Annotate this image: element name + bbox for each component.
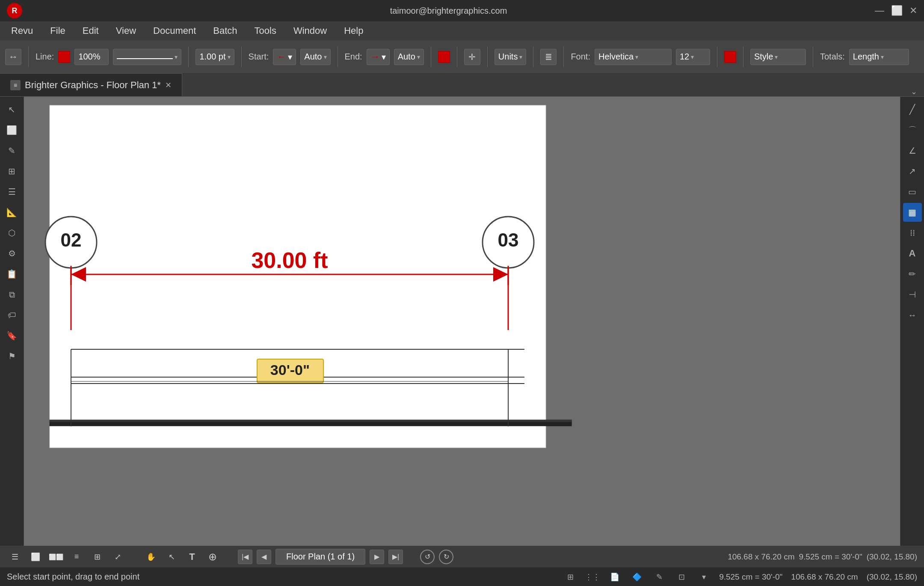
font-color-swatch[interactable] xyxy=(724,51,736,63)
minimize-button[interactable]: — xyxy=(875,5,884,16)
document-tab[interactable]: ≡ Brighter Graphics - Floor Plan 1* ✕ xyxy=(0,73,182,96)
thickness-dropdown[interactable]: 1.00 pt ▾ xyxy=(195,49,234,65)
tool-grid[interactable]: ⊞ xyxy=(3,162,21,181)
select-tool-icon[interactable]: ↖ xyxy=(163,549,180,565)
menu-tools[interactable]: Tools xyxy=(247,23,284,39)
text-tool-icon[interactable]: T xyxy=(184,549,200,565)
view-continuous-icon[interactable]: ≡ xyxy=(68,549,85,565)
right-tool-panel2[interactable]: ⁞⁞ xyxy=(903,223,922,242)
tool-flag[interactable]: ⚑ xyxy=(3,347,21,366)
units-dropdown[interactable]: Units ▾ xyxy=(495,49,527,65)
menu-revu[interactable]: Revu xyxy=(3,23,41,39)
maximize-button[interactable]: ⬜ xyxy=(891,5,903,16)
status-size: 106.68 x 76.20 cm xyxy=(791,572,858,582)
tool-cursor[interactable]: ↖ xyxy=(3,100,21,119)
nav-first-button[interactable]: |◀ xyxy=(238,550,252,564)
end-color-swatch[interactable] xyxy=(438,51,450,63)
close-button[interactable]: ✕ xyxy=(909,5,917,16)
sep3 xyxy=(241,47,242,67)
menu-edit[interactable]: Edit xyxy=(75,23,107,39)
user-info: taimoor@brightergraphics.com xyxy=(390,6,507,16)
menu-window[interactable]: Window xyxy=(286,23,335,39)
nav-back-circle[interactable]: ↺ xyxy=(420,550,435,564)
status-edit-icon[interactable]: ✎ xyxy=(652,570,666,584)
start-arrow-btn[interactable]: ← ▾ xyxy=(273,49,296,65)
menu-batch[interactable]: Batch xyxy=(205,23,245,39)
canvas-area[interactable]: 30.00 ft 02 03 30'-0" xyxy=(24,97,900,546)
right-tool-line[interactable]: ╱ xyxy=(903,100,922,119)
tool-rectangle[interactable]: ⬜ xyxy=(3,121,21,140)
menu-view[interactable]: View xyxy=(108,23,144,39)
pan-tool-icon[interactable]: ✋ xyxy=(143,549,159,565)
sep10 xyxy=(717,47,717,67)
nav-last-button[interactable]: ▶| xyxy=(388,550,403,564)
nav-next-button[interactable]: ▶ xyxy=(370,550,384,564)
drawing-canvas: 30.00 ft 02 03 30'-0" xyxy=(24,97,900,546)
status-doc-icon[interactable]: 📄 xyxy=(608,570,622,584)
style-dropdown[interactable]: Style ▾ xyxy=(750,49,806,65)
right-tool-text[interactable]: A xyxy=(903,244,922,263)
tabbar: ≡ Brighter Graphics - Floor Plan 1* ✕ ⌄ xyxy=(0,74,924,97)
logo-area: R xyxy=(7,3,22,18)
totals-dropdown[interactable]: Length ▾ xyxy=(849,49,909,65)
status-scale: 9.525 cm = 30'-0" xyxy=(719,572,782,582)
style-icon-btn[interactable]: ≣ xyxy=(540,49,557,65)
tool-polygon[interactable]: ⬡ xyxy=(3,223,21,242)
status-grid-icon[interactable]: ⊞ xyxy=(563,570,577,584)
sep11 xyxy=(743,47,743,67)
tool-settings[interactable]: ⚙ xyxy=(3,244,21,263)
svg-rect-5 xyxy=(50,420,572,422)
menu-document[interactable]: Document xyxy=(145,23,204,39)
nav-prev-button[interactable]: ◀ xyxy=(257,550,271,564)
sep12 xyxy=(813,47,813,67)
tool-bookmark[interactable]: 🔖 xyxy=(3,326,21,345)
right-tool-edit[interactable]: ✏ xyxy=(903,265,922,283)
view-fit-icon[interactable]: ⤢ xyxy=(110,549,126,565)
toolbar: ↔ Line: ▾ 1.00 pt ▾ Start: ← ▾ Auto ▾ En… xyxy=(0,40,924,74)
totals-label: Totals: xyxy=(820,52,845,62)
tool-stamp[interactable]: 🏷 xyxy=(3,306,21,324)
titlebar: R taimoor@brightergraphics.com — ⬜ ✕ xyxy=(0,0,924,21)
end-arrow-btn[interactable]: → ▾ xyxy=(367,49,390,65)
status-snap-icon[interactable]: ⋮⋮ xyxy=(586,570,599,584)
tool-layers[interactable]: ⧉ xyxy=(3,285,21,304)
bottom-toolbar: ☰ ⬜ ⬜⬜ ≡ ⊞ ⤢ ✋ ↖ T ⊕ |◀ ◀ Floor Plan (1 … xyxy=(0,546,924,567)
tab-expand[interactable]: ⌄ xyxy=(911,87,924,96)
right-tool-arrow[interactable]: ↗ xyxy=(903,162,922,181)
tool-pencil[interactable]: ✎ xyxy=(3,141,21,160)
line-style-dropdown[interactable]: ▾ xyxy=(113,49,181,65)
tool-list[interactable]: ☰ xyxy=(3,182,21,201)
zoom-input[interactable] xyxy=(74,49,109,65)
font-dropdown[interactable]: Helvetica ▾ xyxy=(595,49,672,65)
tool-document[interactable]: 📋 xyxy=(3,265,21,283)
view-single-icon[interactable]: ⬜ xyxy=(27,549,44,565)
menu-help[interactable]: Help xyxy=(336,23,371,39)
view-list-icon[interactable]: ☰ xyxy=(7,549,23,565)
right-tool-dimension2[interactable]: ↔ xyxy=(903,306,922,324)
app-logo: R xyxy=(7,3,22,18)
font-size-dropdown[interactable]: 12 ▾ xyxy=(676,49,710,65)
right-tool-rect[interactable]: ▭ xyxy=(903,182,922,201)
window-controls[interactable]: — ⬜ ✕ xyxy=(875,5,917,16)
right-tool-angle[interactable]: ∠ xyxy=(903,141,922,160)
right-tool-curve[interactable]: ⌒ xyxy=(903,121,922,140)
crosshair-icon[interactable]: ✛ xyxy=(464,49,480,65)
menu-file[interactable]: File xyxy=(42,23,73,39)
line-color-swatch[interactable] xyxy=(58,51,70,63)
right-tool-panel1[interactable]: ▦ xyxy=(903,203,922,222)
zoom-tool-icon[interactable]: ⊕ xyxy=(204,549,221,565)
status-message: Select start point, drag to end point xyxy=(7,572,557,582)
view-thumbnail-icon[interactable]: ⊞ xyxy=(89,549,105,565)
end-auto-dropdown[interactable]: Auto ▾ xyxy=(394,49,424,65)
status-dropdown-icon[interactable]: ▾ xyxy=(697,570,711,584)
start-auto-dropdown[interactable]: Auto ▾ xyxy=(300,49,330,65)
tab-close-button[interactable]: ✕ xyxy=(165,80,172,90)
view-double-icon[interactable]: ⬜⬜ xyxy=(48,549,64,565)
sep9 xyxy=(563,47,564,67)
status-select-icon[interactable]: ⊡ xyxy=(675,570,688,584)
right-tool-measure[interactable]: ⊣ xyxy=(903,285,922,304)
dimension-tool-icon[interactable]: ↔ xyxy=(5,49,21,65)
tool-ruler[interactable]: 📐 xyxy=(3,203,21,222)
status-shape-icon[interactable]: 🔷 xyxy=(630,570,644,584)
nav-forward-circle[interactable]: ↻ xyxy=(439,550,453,564)
